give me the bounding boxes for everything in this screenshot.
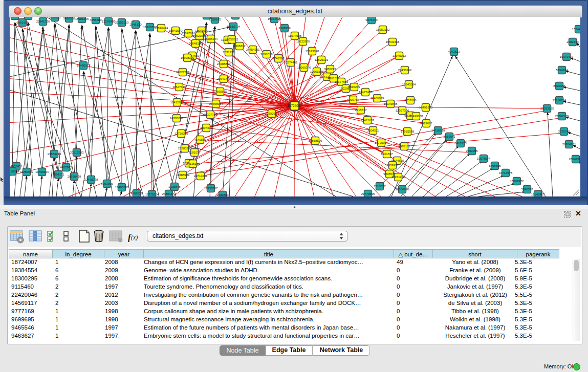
svg-text:2563055: 2563055 [466, 149, 478, 152]
svg-text:17656906: 17656906 [396, 188, 409, 191]
svg-text:23285250: 23285250 [178, 147, 192, 150]
svg-text:6061658: 6061658 [16, 21, 29, 24]
svg-text:3075745: 3075745 [558, 130, 570, 133]
svg-text:23884213: 23884213 [48, 152, 61, 156]
svg-text:14351230: 14351230 [391, 176, 405, 179]
svg-text:11527619: 11527619 [172, 85, 186, 89]
svg-text:11350932: 11350932 [20, 170, 34, 173]
svg-text:3181037: 3181037 [188, 151, 201, 154]
svg-text:3106848: 3106848 [168, 185, 181, 188]
svg-text:18841570: 18841570 [169, 29, 183, 32]
svg-text:11058511: 11058511 [225, 38, 238, 41]
svg-text:12525131: 12525131 [315, 58, 329, 61]
svg-text:6535209: 6535209 [348, 85, 360, 89]
svg-text:20648195: 20648195 [189, 42, 203, 45]
svg-text:12750036: 12750036 [175, 132, 188, 135]
svg-text:12643564: 12643564 [402, 83, 416, 86]
svg-text:7303905: 7303905 [101, 182, 113, 185]
svg-text:10717675: 10717675 [499, 171, 513, 174]
svg-text:20156684: 20156684 [10, 170, 19, 173]
svg-text:15550734: 15550734 [227, 25, 241, 28]
svg-text:23421603: 23421603 [361, 119, 375, 122]
svg-text:24388850: 24388850 [217, 62, 231, 65]
svg-text:19379254: 19379254 [145, 193, 159, 196]
svg-text:15031529: 15031529 [268, 17, 281, 20]
svg-text:19490077: 19490077 [77, 64, 91, 67]
svg-text:19725914: 19725914 [375, 141, 388, 144]
svg-text:2620223: 2620223 [49, 17, 61, 19]
svg-text:15149848: 15149848 [384, 102, 398, 105]
svg-text:20555120: 20555120 [115, 21, 129, 24]
svg-text:15244500: 15244500 [572, 28, 580, 31]
svg-text:24538166: 24538166 [186, 162, 200, 165]
svg-text:3456213: 3456213 [324, 68, 336, 71]
svg-text:16060376: 16060376 [297, 66, 311, 69]
svg-text:8418275: 8418275 [454, 142, 467, 145]
svg-text:4269227: 4269227 [130, 192, 143, 195]
svg-text:18724007: 18724007 [287, 104, 302, 107]
svg-text:21770515: 21770515 [361, 192, 375, 195]
svg-text:19937057: 19937057 [204, 187, 218, 190]
svg-text:19142407: 19142407 [531, 193, 545, 196]
svg-text:19973477: 19973477 [560, 55, 574, 58]
svg-text:22438378: 22438378 [84, 178, 98, 181]
svg-text:3343959: 3343959 [278, 27, 291, 30]
svg-text:16206344: 16206344 [204, 37, 218, 40]
svg-text:11074688: 11074688 [288, 34, 302, 37]
svg-text:9335812: 9335812 [233, 45, 246, 48]
svg-text:9190519: 9190519 [260, 53, 273, 56]
svg-text:20227559: 20227559 [176, 71, 190, 74]
svg-text:18622670: 18622670 [296, 40, 310, 43]
svg-text:17406879: 17406879 [371, 97, 384, 100]
svg-text:22841736: 22841736 [36, 20, 50, 23]
svg-text:17565588: 17565588 [401, 130, 415, 133]
svg-text:24454361: 24454361 [246, 48, 260, 51]
svg-text:9075310: 9075310 [365, 18, 378, 21]
svg-text:20274461: 20274461 [284, 61, 298, 64]
svg-text:2978182: 2978182 [398, 145, 410, 148]
svg-text:23436262: 23436262 [398, 69, 412, 72]
svg-text:5154104: 5154104 [556, 69, 568, 72]
svg-text:4140560: 4140560 [194, 138, 206, 141]
svg-text:10549441: 10549441 [386, 40, 400, 43]
svg-text:11866024: 11866024 [10, 17, 22, 17]
svg-text:13945012: 13945012 [393, 54, 406, 57]
svg-text:18981216: 18981216 [75, 17, 89, 20]
svg-text:3307301: 3307301 [200, 126, 212, 129]
svg-text:7031971: 7031971 [223, 51, 235, 54]
svg-text:16491923: 16491923 [419, 106, 433, 109]
svg-text:6099754: 6099754 [347, 98, 359, 101]
svg-text:2983419: 2983419 [567, 40, 579, 43]
svg-text:20562129: 20562129 [555, 115, 569, 118]
svg-text:2999883: 2999883 [216, 193, 229, 196]
svg-text:4158480: 4158480 [90, 18, 102, 21]
svg-text:16908100: 16908100 [181, 56, 194, 59]
svg-text:16307710: 16307710 [204, 113, 217, 116]
svg-text:7064171: 7064171 [52, 173, 64, 176]
svg-text:20647509: 20647509 [569, 158, 580, 161]
svg-text:7910827: 7910827 [374, 185, 386, 188]
svg-text:20458054: 20458054 [209, 102, 223, 105]
svg-text:4043823: 4043823 [448, 50, 460, 53]
svg-text:13495588: 13495588 [115, 186, 129, 189]
svg-text:13270483: 13270483 [102, 20, 116, 23]
svg-text:12927396: 12927396 [396, 109, 409, 112]
svg-text:22160294: 22160294 [553, 99, 567, 102]
svg-text:22053165: 22053165 [540, 107, 554, 110]
svg-text:20943743: 20943743 [217, 77, 231, 80]
svg-text:4929082: 4929082 [420, 122, 432, 125]
svg-text:4457975: 4457975 [60, 166, 72, 169]
svg-text:8321837: 8321837 [381, 152, 393, 156]
svg-text:14310388: 14310388 [431, 129, 445, 132]
svg-text:3746598: 3746598 [272, 57, 285, 60]
svg-text:1757086: 1757086 [404, 99, 417, 102]
svg-text:15953222: 15953222 [376, 28, 390, 31]
svg-text:5840397: 5840397 [521, 188, 533, 191]
svg-text:2663941: 2663941 [443, 135, 455, 138]
svg-text:8490656: 8490656 [553, 84, 565, 87]
svg-text:20515263: 20515263 [70, 151, 84, 154]
svg-text:15063972: 15063972 [510, 180, 524, 183]
svg-text:19799114: 19799114 [35, 170, 49, 173]
svg-text:20392657: 20392657 [265, 112, 279, 115]
svg-text:22714041: 22714041 [194, 174, 208, 178]
